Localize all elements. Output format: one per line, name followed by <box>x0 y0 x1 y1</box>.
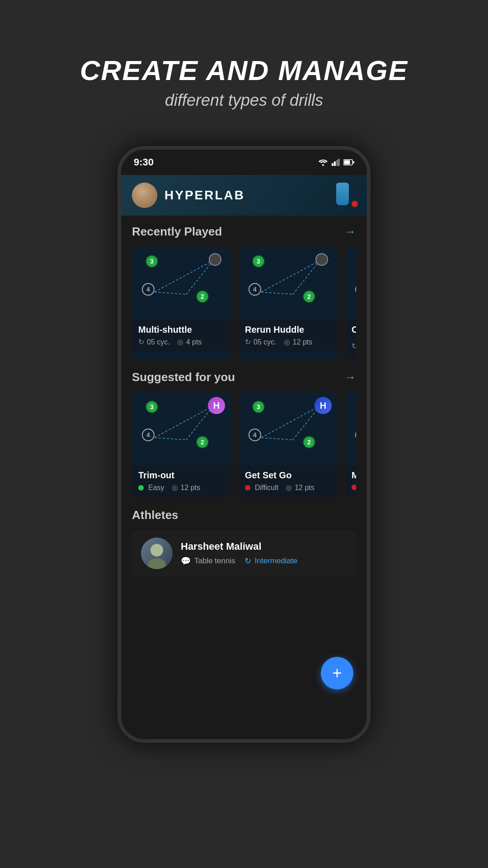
sport-icon: 💬 <box>181 556 191 566</box>
node-3-s1: 3 <box>145 401 158 413</box>
card-name-3: Crea… <box>352 325 356 335</box>
drill-card-trim-out[interactable]: H 3 4 2 Trim-out Easy ◎ <box>132 392 231 497</box>
status-time: 9:30 <box>134 156 154 168</box>
recently-played-section: Recently Played → 3 <box>121 225 367 359</box>
cycles-icon-2: ↻ <box>245 338 251 346</box>
athletes-title: Athletes <box>132 508 178 522</box>
level-label: Intermediate <box>255 557 298 566</box>
hero-title: CREATE AND MANAGE <box>80 54 408 86</box>
athlete-card[interactable]: Harsheet Maliwal 💬 Table tennis ↻ Interm… <box>132 530 356 576</box>
level-icon: ↻ <box>244 556 251 566</box>
hero-section: CREATE AND MANAGE different types of dri… <box>80 54 408 110</box>
athlete-level: ↻ Intermediate <box>244 556 298 566</box>
node-2-s2: 2 <box>303 436 315 448</box>
node-4-l-2: 4 <box>249 283 261 296</box>
node-2-r-2: 2 <box>303 290 315 303</box>
svg-point-0 <box>322 164 324 166</box>
drill-card-rerun-huddle[interactable]: 3 4 2 Rerun Huddle ↻ 05 cyc. <box>239 247 338 359</box>
svg-rect-6 <box>344 160 350 165</box>
pts-icon-s1: ◎ <box>172 483 178 492</box>
fab-add-button[interactable]: + <box>321 657 353 689</box>
svg-line-16 <box>155 438 186 440</box>
card-name-2: Rerun Huddle <box>245 325 332 335</box>
node-3-tl: 3 <box>145 255 158 268</box>
difficulty-dot-s2 <box>245 485 250 491</box>
cycles-icon-1: ↻ <box>138 338 144 346</box>
stat-pts-s2: ◎ 12 pts <box>286 483 314 492</box>
header-icon[interactable] <box>336 183 356 208</box>
node-4-s2: 4 <box>249 429 261 441</box>
card-info-2: Rerun Huddle ↻ 05 cyc. ◎ 12 pts <box>239 319 338 352</box>
stat-pts-s1: ◎ 12 pts <box>172 483 201 492</box>
status-bar: 9:30 <box>121 150 367 175</box>
h-badge-purple-1: H <box>208 397 225 414</box>
stat-pts-2: ◎ 12 pts <box>284 338 313 346</box>
stat-pts-1: ◎ 4 pts <box>177 338 202 346</box>
athletes-section: Athletes Harsheet Maliwal 💬 Table ten <box>121 508 367 576</box>
status-icons <box>318 159 354 166</box>
recently-played-header: Recently Played → <box>132 225 356 239</box>
athlete-sport: 💬 Table tennis <box>181 556 235 566</box>
difficulty-s1: Easy <box>138 484 164 492</box>
card-diagram-3: 3 4 <box>345 247 356 319</box>
suggested-title: Suggested for you <box>132 370 235 384</box>
scroll-content: Recently Played → 3 <box>121 216 367 743</box>
card-stats-s1: Easy ◎ 12 pts <box>138 483 225 492</box>
athlete-avatar <box>141 538 173 569</box>
node-4-s1: 4 <box>142 429 155 441</box>
recently-played-cards: 3 4 2 Multi-shuttle ↻ 05 cyc. <box>132 247 356 359</box>
drill-card-s3-partial[interactable]: 3 4 Mul… Di… <box>345 392 356 497</box>
cycles-icon-3: ↻ <box>352 342 356 350</box>
pts-icon-1: ◎ <box>177 338 183 346</box>
difficulty-s3: Di… <box>352 483 356 491</box>
sport-label: Table tennis <box>194 557 235 566</box>
node-2-r: 2 <box>196 290 209 303</box>
card-name-s1: Trim-out <box>138 470 225 481</box>
suggested-header: Suggested for you → <box>132 370 356 384</box>
card-diagram-2: 3 4 2 <box>239 247 338 319</box>
card-stats-s3: Di… <box>352 483 356 491</box>
svg-rect-2 <box>334 161 336 166</box>
svg-line-19 <box>261 438 293 440</box>
card-name-s3: Mul… <box>352 470 356 481</box>
card-info-s1: Trim-out Easy ◎ 12 pts <box>132 465 231 497</box>
athlete-info: Harsheet Maliwal 💬 Table tennis ↻ Interm… <box>181 541 347 566</box>
svg-line-17 <box>186 406 213 440</box>
node-gray-tr <box>209 253 221 266</box>
svg-line-12 <box>261 292 293 294</box>
svg-rect-7 <box>353 161 354 164</box>
card-info-1: Multi-shuttle ↻ 05 cyc. ◎ 4 pts <box>132 319 231 352</box>
suggested-arrow[interactable]: → <box>344 370 356 384</box>
card-diagram-s1: H 3 4 2 <box>132 392 231 465</box>
app-name: HYPERLAB <box>164 188 245 203</box>
drill-card-partial[interactable]: 3 4 Crea… ↻ 05 c… <box>345 247 356 359</box>
svg-line-9 <box>155 292 186 294</box>
difficulty-dot-s1 <box>138 485 144 491</box>
card-name-s2: Get Set Go <box>245 470 332 481</box>
suggested-section: Suggested for you → H 3 4 <box>121 370 367 497</box>
node-gray-tr-2 <box>315 253 328 266</box>
card-diagram-s2: H 3 4 2 <box>239 392 338 465</box>
athlete-tags: 💬 Table tennis ↻ Intermediate <box>181 556 347 566</box>
stat-cycles-1: ↻ 05 cyc. <box>138 338 170 346</box>
svg-line-11 <box>261 260 320 292</box>
card-info-s2: Get Set Go Difficult ◎ 12 pts <box>239 465 338 497</box>
card-diagram-s3: 3 4 <box>345 392 356 465</box>
h-badge-blue-2: H <box>314 397 332 414</box>
svg-rect-4 <box>338 159 340 166</box>
recently-played-arrow[interactable]: → <box>344 225 356 239</box>
svg-rect-3 <box>336 160 338 166</box>
svg-line-18 <box>261 406 320 438</box>
phone-mockup: 9:30 <box>117 146 371 743</box>
svg-point-23 <box>148 558 166 569</box>
card-stats-s2: Difficult ◎ 12 pts <box>245 483 332 492</box>
card-stats-1: ↻ 05 cyc. ◎ 4 pts <box>138 338 225 346</box>
header-left: HYPERLAB <box>132 183 245 208</box>
drill-card-multi-shuttle[interactable]: 3 4 2 Multi-shuttle ↻ 05 cyc. <box>132 247 231 359</box>
app-header: HYPERLAB <box>121 175 367 216</box>
pts-icon-2: ◎ <box>284 338 290 346</box>
recently-played-title: Recently Played <box>132 225 222 239</box>
drill-card-get-set-go[interactable]: H 3 4 2 Get Set Go Difficult <box>239 392 338 497</box>
pts-icon-s2: ◎ <box>286 483 292 492</box>
card-diagram-1: 3 4 2 <box>132 247 231 319</box>
